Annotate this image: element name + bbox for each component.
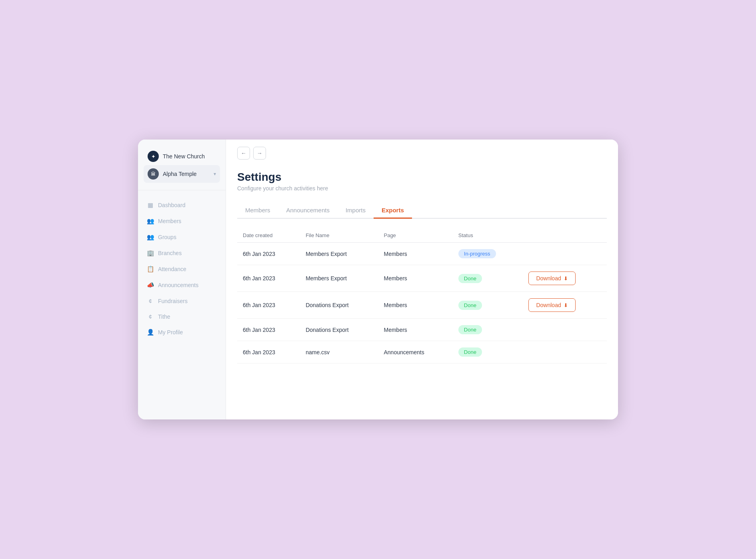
browser-window: ✦ The New Church 🏛 Alpha Temple ▾ ▦ Dash… xyxy=(138,140,618,419)
exports-table: Date created File Name Page Status 6th J… xyxy=(237,228,607,363)
sidebar-item-label: Members xyxy=(158,218,181,224)
cell-date: 6th Jan 2023 xyxy=(237,319,300,341)
sidebar-item-label: My Profile xyxy=(158,329,183,335)
announcements-icon: 📣 xyxy=(147,281,154,289)
nav-section: ▦ Dashboard 👥 Members 👥 Groups 🏢 Branche… xyxy=(138,198,226,340)
cell-action: Download ⬇ xyxy=(523,292,607,319)
back-button[interactable]: ← xyxy=(237,147,250,160)
sidebar-item-members[interactable]: 👥 Members xyxy=(142,214,222,229)
download-button[interactable]: Download ⬇ xyxy=(528,298,575,312)
cell-filename: name.csv xyxy=(300,341,378,363)
cell-page: Members xyxy=(378,265,452,292)
table-row: 6th Jan 2023Members ExportMembersIn-prog… xyxy=(237,243,607,265)
main-content: ← → Settings Configure your church activ… xyxy=(226,140,618,419)
download-icon: ⬇ xyxy=(564,302,568,308)
status-badge: Done xyxy=(458,274,482,283)
table-row: 6th Jan 2023Members ExportMembersDoneDow… xyxy=(237,265,607,292)
sidebar-item-label: Attendance xyxy=(158,266,186,272)
tab-members[interactable]: Members xyxy=(237,203,278,219)
sidebar-item-myprofile[interactable]: 👤 My Profile xyxy=(142,325,222,340)
branches-icon: 🏢 xyxy=(147,250,154,257)
col-file-name: File Name xyxy=(300,228,378,243)
col-action xyxy=(523,228,607,243)
page-title: Settings xyxy=(237,171,607,184)
cell-date: 6th Jan 2023 xyxy=(237,292,300,319)
groups-icon: 👥 xyxy=(147,234,154,241)
cell-date: 6th Jan 2023 xyxy=(237,341,300,363)
org-parent-name: The New Church xyxy=(163,153,205,160)
cell-status: Done xyxy=(453,341,523,363)
org-child-name: Alpha Temple xyxy=(163,171,197,177)
sidebar-item-announcements[interactable]: 📣 Announcements xyxy=(142,278,222,293)
sidebar-item-label: Fundraisers xyxy=(158,298,188,304)
org-section: ✦ The New Church 🏛 Alpha Temple ▾ xyxy=(138,148,226,190)
tab-exports[interactable]: Exports xyxy=(374,203,412,219)
table-row: 6th Jan 2023Donations ExportMembersDone xyxy=(237,319,607,341)
content-area: Settings Configure your church activitie… xyxy=(226,160,618,419)
myprofile-icon: 👤 xyxy=(147,329,154,336)
settings-tabs: Members Announcements Imports Exports xyxy=(237,203,607,219)
sidebar-item-label: Dashboard xyxy=(158,202,186,208)
table-header-row: Date created File Name Page Status xyxy=(237,228,607,243)
cell-date: 6th Jan 2023 xyxy=(237,265,300,292)
cell-filename: Members Export xyxy=(300,265,378,292)
sidebar: ✦ The New Church 🏛 Alpha Temple ▾ ▦ Dash… xyxy=(138,140,226,419)
download-label: Download xyxy=(536,275,561,281)
col-status: Status xyxy=(453,228,523,243)
top-bar: ← → xyxy=(226,140,618,160)
download-label: Download xyxy=(536,302,561,308)
cell-status: Done xyxy=(453,319,523,341)
org-child-item[interactable]: 🏛 Alpha Temple ▾ xyxy=(144,165,220,183)
sidebar-item-label: Tithe xyxy=(158,313,170,320)
table-row: 6th Jan 2023name.csvAnnouncementsDone xyxy=(237,341,607,363)
cell-date: 6th Jan 2023 xyxy=(237,243,300,265)
tab-announcements[interactable]: Announcements xyxy=(278,203,338,219)
cell-status: Done xyxy=(453,292,523,319)
download-icon: ⬇ xyxy=(564,276,568,281)
org-child-icon: 🏛 xyxy=(148,168,159,180)
cell-page: Members xyxy=(378,243,452,265)
cell-page: Announcements xyxy=(378,341,452,363)
page-subtitle: Configure your church activities here xyxy=(237,185,607,192)
dashboard-icon: ▦ xyxy=(147,202,154,209)
chevron-down-icon: ▾ xyxy=(214,171,216,177)
attendance-icon: 📋 xyxy=(147,266,154,273)
status-badge: In-progress xyxy=(458,249,496,258)
cell-filename: Donations Export xyxy=(300,319,378,341)
sidebar-item-tithe[interactable]: ¢ Tithe xyxy=(142,309,222,324)
sidebar-item-groups[interactable]: 👥 Groups xyxy=(142,230,222,245)
cell-page: Members xyxy=(378,292,452,319)
cell-filename: Members Export xyxy=(300,243,378,265)
table-row: 6th Jan 2023Donations ExportMembersDoneD… xyxy=(237,292,607,319)
col-date-created: Date created xyxy=(237,228,300,243)
status-badge: Done xyxy=(458,347,482,357)
status-badge: Done xyxy=(458,325,482,334)
cell-action: Download ⬇ xyxy=(523,265,607,292)
cell-action xyxy=(523,319,607,341)
cell-status: In-progress xyxy=(453,243,523,265)
download-button[interactable]: Download ⬇ xyxy=(528,272,575,285)
sidebar-item-label: Groups xyxy=(158,234,176,240)
cell-filename: Donations Export xyxy=(300,292,378,319)
sidebar-item-label: Branches xyxy=(158,250,182,256)
org-parent-icon: ✦ xyxy=(148,151,159,162)
forward-button[interactable]: → xyxy=(253,147,266,160)
cell-status: Done xyxy=(453,265,523,292)
members-icon: 👥 xyxy=(147,218,154,225)
sidebar-item-branches[interactable]: 🏢 Branches xyxy=(142,246,222,261)
org-parent-item[interactable]: ✦ The New Church xyxy=(144,148,220,165)
fundraisers-icon: ¢ xyxy=(147,297,154,304)
cell-action xyxy=(523,243,607,265)
sidebar-item-label: Announcements xyxy=(158,282,198,288)
col-page: Page xyxy=(378,228,452,243)
cell-action xyxy=(523,341,607,363)
status-badge: Done xyxy=(458,301,482,310)
sidebar-item-attendance[interactable]: 📋 Attendance xyxy=(142,262,222,277)
cell-page: Members xyxy=(378,319,452,341)
tithe-icon: ¢ xyxy=(147,313,154,320)
sidebar-item-dashboard[interactable]: ▦ Dashboard xyxy=(142,198,222,213)
sidebar-item-fundraisers[interactable]: ¢ Fundraisers xyxy=(142,293,222,308)
tab-imports[interactable]: Imports xyxy=(338,203,374,219)
